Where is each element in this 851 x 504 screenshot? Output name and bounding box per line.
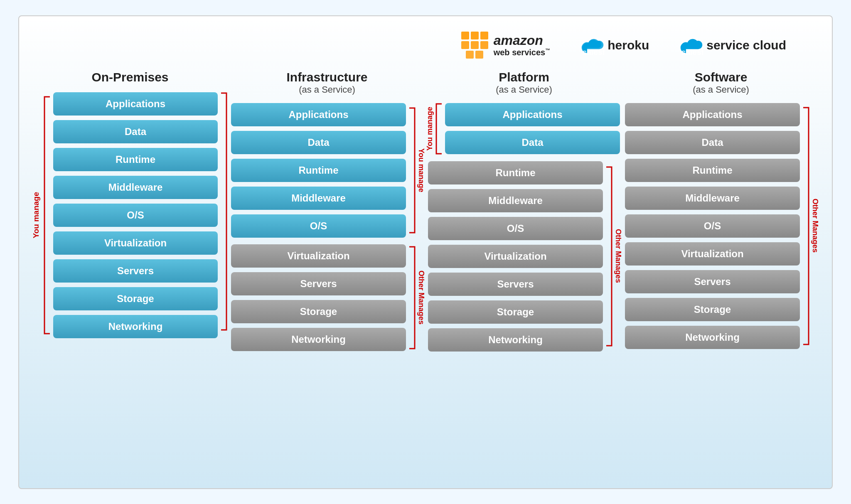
column-iaas: Infrastructure (as a Service) Applicatio… xyxy=(229,70,426,352)
col-title-saas: Software xyxy=(693,70,749,84)
list-item: O/S xyxy=(428,217,603,240)
servicecloud-brand-label: service cloud xyxy=(706,38,786,52)
col-title-iaas: Infrastructure xyxy=(286,70,367,84)
on-premises-right-bracket xyxy=(220,91,229,332)
logo-row: amazon web services™ salesforce heroku s… xyxy=(32,25,819,66)
on-premises-left-bracket xyxy=(42,95,51,336)
aws-logo: amazon web services™ xyxy=(460,31,551,60)
column-on-premises: On-Premises You manage Applications Data… xyxy=(32,70,229,339)
svg-rect-2 xyxy=(480,32,488,39)
on-premises-manage-label: You manage xyxy=(32,192,41,238)
list-item: Servers xyxy=(53,259,218,283)
iaas-items: Applications Data Runtime Middleware O/S… xyxy=(229,102,426,352)
svg-rect-1 xyxy=(471,32,479,39)
iaas-other-manages-bracket xyxy=(408,245,417,351)
column-paas: Platform (as a Service) You manage xyxy=(426,70,622,353)
svg-rect-6 xyxy=(466,51,474,59)
list-item: Runtime xyxy=(428,161,603,184)
list-item: Networking xyxy=(53,315,218,338)
list-item: Middleware xyxy=(231,187,406,210)
list-item: Applications xyxy=(231,103,406,126)
col-header-on-premises: On-Premises xyxy=(91,70,168,84)
list-item: Applications xyxy=(53,92,218,116)
list-item: Storage xyxy=(53,287,218,310)
paas-you-manage-label: You manage xyxy=(426,107,434,151)
aws-amazon-label: amazon xyxy=(494,33,551,48)
list-item: Storage xyxy=(231,300,406,323)
list-item: Virtualization xyxy=(53,231,218,255)
list-item: Networking xyxy=(231,328,406,351)
list-item: Servers xyxy=(428,273,603,296)
col-header-saas: Software (as a Service) xyxy=(693,70,749,95)
saas-other-manages-label: Other Manages xyxy=(811,199,819,253)
col-title-on-premises: On-Premises xyxy=(91,70,168,84)
col-subtitle-iaas: (as a Service) xyxy=(286,84,367,95)
svg-rect-3 xyxy=(461,41,469,49)
columns-area: On-Premises You manage Applications Data… xyxy=(32,70,819,480)
list-item: Runtime xyxy=(53,148,218,171)
col-subtitle-saas: (as a Service) xyxy=(693,84,749,95)
list-item: Middleware xyxy=(625,187,800,210)
list-item: Servers xyxy=(231,272,406,295)
paas-other-manages-label: Other Manages xyxy=(614,229,622,283)
paas-items: You manage Applications Data xyxy=(426,102,622,353)
list-item: Networking xyxy=(428,328,603,352)
list-item: O/S xyxy=(231,214,406,238)
col-subtitle-paas: (as a Service) xyxy=(496,84,552,95)
svg-rect-5 xyxy=(480,41,488,49)
list-item: Runtime xyxy=(231,159,406,182)
svg-text:salesforce: salesforce xyxy=(681,48,703,57)
svg-rect-7 xyxy=(475,51,483,59)
saas-other-manages-bracket xyxy=(802,106,811,347)
col-title-paas: Platform xyxy=(496,70,552,84)
paas-other-manages-bracket xyxy=(605,165,614,348)
on-premises-items: Applications Data Runtime Middleware O/S… xyxy=(51,91,220,339)
svg-rect-0 xyxy=(461,32,469,39)
col-header-paas: Platform (as a Service) xyxy=(496,70,552,95)
aws-icon xyxy=(460,31,489,60)
svg-rect-4 xyxy=(471,41,479,49)
list-item: Middleware xyxy=(428,189,603,212)
list-item: Virtualization xyxy=(231,244,406,268)
list-item: Data xyxy=(231,131,406,154)
svg-text:salesforce: salesforce xyxy=(583,48,605,57)
list-item: Virtualization xyxy=(428,245,603,268)
servicecloud-logo: salesforce service cloud xyxy=(674,34,786,57)
list-item: Storage xyxy=(625,298,800,321)
paas-you-manage-bracket xyxy=(434,102,443,156)
list-item: Data xyxy=(445,131,620,154)
salesforce-cloud-icon-2: salesforce xyxy=(674,34,703,57)
list-item: Data xyxy=(625,131,800,154)
list-item: Runtime xyxy=(625,159,800,182)
list-item: Virtualization xyxy=(625,242,800,266)
iaas-other-manages-label: Other Manages xyxy=(417,270,426,325)
heroku-brand-label: heroku xyxy=(608,38,649,52)
heroku-logo: salesforce heroku xyxy=(575,34,649,57)
list-item: Data xyxy=(53,120,218,143)
col-header-iaas: Infrastructure (as a Service) xyxy=(286,70,367,95)
main-container: amazon web services™ salesforce heroku s… xyxy=(18,15,833,489)
aws-text: amazon web services™ xyxy=(494,33,551,57)
list-item: Servers xyxy=(625,270,800,293)
list-item: O/S xyxy=(53,204,218,227)
salesforce-cloud-icon-1: salesforce xyxy=(575,34,604,57)
list-item: Applications xyxy=(625,103,800,126)
list-item: Networking xyxy=(625,326,800,349)
list-item: Applications xyxy=(445,103,620,126)
iaas-you-manage-label: You manage xyxy=(417,148,426,192)
list-item: Middleware xyxy=(53,176,218,199)
list-item: Storage xyxy=(428,300,603,324)
aws-webservices-label: web services™ xyxy=(494,48,551,57)
column-saas: Software (as a Service) Applications Dat… xyxy=(622,70,819,350)
list-item: O/S xyxy=(625,214,800,238)
iaas-you-manage-bracket xyxy=(408,106,417,235)
saas-items: Applications Data Runtime Middleware O/S… xyxy=(622,102,819,350)
